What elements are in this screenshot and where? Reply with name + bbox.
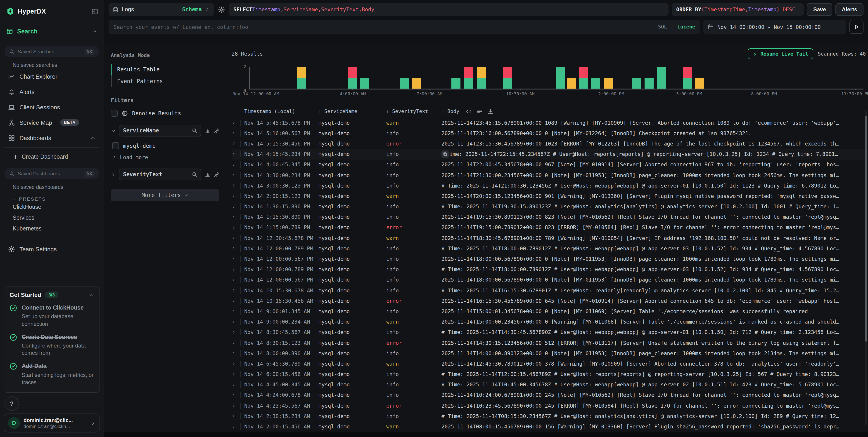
table-row[interactable]: Nov 14 9:00:00.234 AMmysql-demowarn2025-… (231, 316, 868, 327)
column-drag-handle-icon[interactable] (318, 109, 322, 113)
table-row[interactable]: Nov 14 12:00:00.567 PMmysql-demoinfo2025… (231, 275, 868, 285)
histogram-bar[interactable] (632, 78, 641, 89)
table-row[interactable]: Nov 14 8:30:45.567 AMmysql-demoinfo# Tim… (231, 327, 868, 338)
histogram-bar[interactable] (297, 67, 306, 89)
table-row[interactable]: Nov 14 5:16:00.567 PMmysql-demoinfo2025-… (231, 128, 868, 138)
facet-chart-icon[interactable] (205, 128, 210, 134)
preset-dashboard-kubernetes[interactable]: Kubernetes (4, 223, 99, 234)
expand-row-icon[interactable] (231, 287, 241, 294)
histogram-bar[interactable] (591, 78, 600, 89)
histogram-bar[interactable] (400, 78, 409, 89)
create-dashboard-button[interactable]: Create Dashboard (4, 149, 99, 164)
expand-row-icon[interactable] (231, 402, 241, 409)
table-row[interactable]: Nov 14 5:15:30.456 PMmysql-demoerror2025… (231, 138, 868, 149)
expand-row-icon[interactable] (231, 413, 241, 419)
expand-row-icon[interactable] (231, 235, 241, 241)
code-view-icon[interactable] (466, 108, 471, 114)
histogram-bar[interactable] (476, 67, 486, 89)
histogram-bar[interactable] (695, 78, 704, 89)
expand-row-icon[interactable] (231, 162, 241, 168)
table-row[interactable]: Nov 14 12:00:00.789 PMmysql-demoinfo# Ti… (231, 243, 868, 254)
sql-orderby-input[interactable]: ORDER BY (TimestampTime, Timestamp) DESC (672, 3, 804, 16)
table-row[interactable]: Nov 14 3:30:00.234 PMmysql-demoinfo2025-… (231, 170, 868, 180)
expand-row-icon[interactable] (231, 371, 241, 377)
expand-row-icon[interactable] (231, 224, 241, 231)
table-row[interactable]: Nov 14 9:00:01.345 AMmysql-demoinfo2025-… (231, 306, 868, 316)
sidebar-collapse-icon[interactable] (91, 8, 98, 15)
table-row[interactable]: Nov 14 3:00:30.123 PMmysql-demoinfo# Tim… (231, 180, 868, 191)
facet-value-checkbox[interactable] (112, 142, 119, 149)
expand-row-icon[interactable] (231, 214, 241, 220)
column-settings-icon[interactable] (476, 108, 483, 114)
table-row[interactable]: Nov 14 8:00:00.890 AMmysql-demoinfo2025-… (231, 348, 868, 358)
histogram-bar[interactable] (645, 78, 654, 89)
date-range-picker[interactable]: Nov 14 00:00:00 - Nov 15 00:00:00 (703, 20, 846, 34)
column-header-timestamp[interactable]: Timestamp (Local) (241, 108, 318, 114)
sidebar-item-service-map[interactable]: Service MapBETA (4, 115, 99, 130)
column-header-servicename[interactable]: ServiceName (318, 108, 386, 114)
expand-row-icon[interactable] (231, 340, 241, 346)
lang-lucene-toggle[interactable]: Lucene (677, 24, 695, 30)
facet-search-box[interactable]: SeverityText (119, 169, 201, 180)
sidebar-item-alerts[interactable]: Alerts (4, 84, 99, 99)
column-drag-handle-icon[interactable] (386, 109, 390, 113)
user-menu[interactable]: D dominic.tran@clic... dominic.tran@clic… (4, 413, 100, 433)
histogram-bar[interactable] (348, 67, 357, 89)
saved-dashboards-input[interactable]: Saved Dashboards ⌘K (4, 168, 99, 179)
denoise-results-toggle[interactable]: Denoise Results (111, 110, 219, 116)
table-row[interactable]: Nov 14 6:45:30.789 AMmysql-demowarn2025-… (231, 359, 868, 369)
table-row[interactable]: Nov 14 2:00:15.456 AMmysql-demowarn2025-… (231, 422, 868, 432)
histogram-bar[interactable] (452, 78, 461, 89)
chevron-right-icon[interactable] (111, 172, 116, 177)
histogram-bar[interactable] (604, 78, 613, 89)
expand-row-icon[interactable] (231, 298, 241, 304)
source-selector[interactable]: Logs Schema (108, 3, 214, 16)
download-icon[interactable] (487, 108, 493, 114)
table-row[interactable]: Nov 14 4:24:00.678 AMmysql-demoinfo2025-… (231, 390, 868, 400)
facet-search-box[interactable]: ServiceName (119, 125, 201, 136)
table-row[interactable]: Nov 14 12:00:00.789 PMmysql-demoinfo# Ti… (231, 264, 868, 274)
sidebar-item-team-settings[interactable]: Team Settings (4, 241, 99, 257)
lang-sql-toggle[interactable]: SQL (658, 24, 667, 30)
table-row[interactable]: Nov 14 2:30:15.234 AMmysql-demoinfo# Tim… (231, 411, 868, 422)
histogram-bar[interactable] (360, 78, 369, 89)
sidebar-item-search[interactable]: Search (6, 25, 97, 37)
histogram-bar[interactable] (412, 78, 421, 89)
table-row[interactable]: Nov 14 8:30:15.123 AMmysql-demoerror2025… (231, 338, 868, 348)
expand-row-icon[interactable] (231, 318, 241, 325)
expand-row-icon[interactable] (231, 182, 241, 189)
table-row[interactable]: Nov 14 5:45:15.678 PMmysql-demowarn2025-… (231, 117, 868, 128)
run-query-button[interactable] (849, 20, 864, 34)
histogram-bar[interactable] (567, 78, 577, 89)
expand-row-icon[interactable] (231, 193, 241, 199)
get-started-step[interactable]: Connect to ClickHouseSet up your databas… (9, 304, 94, 327)
expand-row-icon[interactable] (231, 382, 241, 388)
sidebar-item-chart-explorer[interactable]: Chart Explorer (4, 69, 99, 84)
histogram-bar[interactable] (464, 67, 473, 89)
facet-chart-icon[interactable] (205, 171, 210, 177)
presets-toggle[interactable]: PRESETS (12, 196, 99, 202)
expand-row-icon[interactable] (231, 245, 241, 252)
resume-live-tail-button[interactable]: Resume Live Tail (748, 48, 813, 59)
expand-row-icon[interactable] (231, 266, 241, 272)
histogram-bar[interactable] (556, 67, 565, 89)
events-histogram[interactable]: 2 0 Nov 14 12:00:00 AM4:00:00 AM7:00:00 … (237, 64, 865, 99)
expand-row-icon[interactable] (231, 151, 241, 157)
expand-row-icon[interactable] (231, 130, 241, 136)
chevron-up-icon[interactable] (89, 292, 94, 297)
expand-row-icon[interactable] (231, 350, 241, 356)
event-search-input[interactable]: Search your events w/ Lucene ex. column:… (108, 20, 700, 34)
table-row[interactable]: Nov 14 12:00:00.567 PMmysql-demoinfo2025… (231, 254, 868, 264)
alerts-button[interactable]: Alerts (835, 3, 864, 16)
chevron-up-icon[interactable] (92, 29, 97, 34)
help-button[interactable]: ? (4, 396, 19, 411)
copy-icon[interactable] (441, 150, 449, 158)
expand-row-icon[interactable] (231, 120, 241, 126)
pin-icon[interactable] (214, 171, 219, 177)
table-row[interactable]: Nov 14 6:00:15.456 AMmysql-demoinfo# Tim… (231, 369, 868, 379)
expand-row-icon[interactable] (231, 140, 241, 147)
histogram-bar[interactable] (657, 67, 666, 89)
table-row[interactable]: Nov 14 10:15:30.678 AMmysql-demoinfo# Ti… (231, 285, 868, 296)
more-filters-button[interactable]: More filters (111, 189, 219, 201)
scrollbar-thumb[interactable] (865, 116, 867, 342)
